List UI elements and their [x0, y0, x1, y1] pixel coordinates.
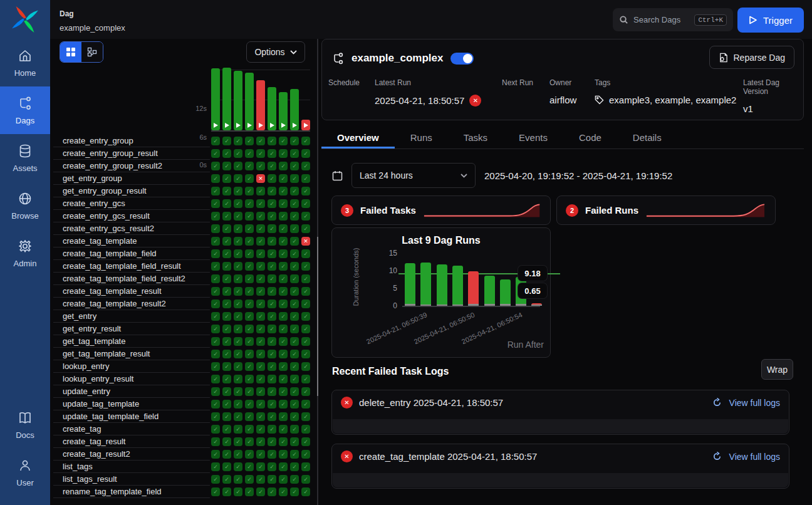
task-instance-success[interactable]: ✓: [211, 237, 220, 246]
task-instance-success[interactable]: ✓: [290, 199, 299, 208]
task-instance-success[interactable]: ✓: [234, 174, 242, 183]
task-instance-success[interactable]: ✓: [279, 487, 288, 496]
panel-resize-divider[interactable]: [317, 39, 318, 505]
task-instance-success[interactable]: ✓: [256, 299, 265, 308]
task-instance-success[interactable]: ✓: [290, 162, 299, 170]
task-instance-success[interactable]: ✓: [301, 199, 310, 208]
sidebar-item-admin[interactable]: Admin: [0, 229, 50, 277]
task-instance-success[interactable]: ✓: [256, 274, 265, 283]
dag-run-bar[interactable]: [405, 263, 415, 306]
task-name[interactable]: create_entry_group: [53, 135, 210, 147]
view-full-logs-link[interactable]: View full logs: [729, 398, 780, 408]
task-instance-success[interactable]: ✓: [211, 362, 220, 371]
task-instance-success[interactable]: ✓: [234, 337, 242, 346]
task-instance-success[interactable]: ✓: [256, 312, 265, 321]
task-instance-success[interactable]: ✓: [268, 199, 276, 208]
task-instance-success[interactable]: ✓: [256, 224, 265, 233]
task-instance-success[interactable]: ✓: [222, 387, 231, 396]
task-instance-success[interactable]: ✓: [245, 187, 254, 195]
task-instance-success[interactable]: ✓: [301, 312, 310, 321]
task-instance-success[interactable]: ✓: [211, 400, 220, 409]
task-name[interactable]: create_entry_gcs_result2: [53, 222, 210, 235]
task-instance-success[interactable]: ✓: [268, 149, 276, 158]
task-name[interactable]: create_tag_template_result2: [53, 298, 210, 310]
reparse-dag-button[interactable]: Reparse Dag: [709, 46, 795, 69]
task-instance-success[interactable]: ✓: [290, 237, 299, 246]
task-instance-success[interactable]: ✓: [256, 149, 265, 158]
task-instance-success[interactable]: ✓: [222, 149, 231, 158]
task-instance-success[interactable]: ✓: [256, 249, 265, 258]
task-instance-success[interactable]: ✓: [290, 450, 299, 459]
task-instance-success[interactable]: ✓: [211, 299, 220, 308]
task-instance-success[interactable]: ✓: [279, 299, 288, 308]
task-instance-success[interactable]: ✓: [256, 487, 265, 496]
task-instance-success[interactable]: ✓: [222, 224, 231, 233]
task-instance-success[interactable]: ✓: [245, 174, 254, 183]
task-instance-success[interactable]: ✓: [290, 337, 299, 346]
task-instance-success[interactable]: ✓: [245, 425, 254, 434]
task-instance-success[interactable]: ✓: [268, 312, 276, 321]
task-instance-success[interactable]: ✓: [290, 212, 299, 221]
dag-run-bar[interactable]: [531, 303, 542, 306]
task-instance-success[interactable]: ✓: [245, 162, 254, 170]
tab-tasks[interactable]: Tasks: [448, 128, 503, 148]
task-instance-success[interactable]: ✓: [301, 437, 310, 446]
task-name[interactable]: create_tag_template_field_result2: [53, 273, 210, 285]
task-instance-success[interactable]: ✓: [279, 224, 288, 233]
task-instance-success[interactable]: ✓: [279, 350, 288, 358]
task-instance-success[interactable]: ✓: [234, 362, 242, 371]
task-instance-success[interactable]: ✓: [301, 325, 310, 333]
task-instance-success[interactable]: ✓: [290, 174, 299, 183]
task-name[interactable]: create_tag_template_field_result: [53, 260, 210, 273]
task-name[interactable]: rename_tag_template_field: [53, 486, 210, 498]
refresh-icon[interactable]: [712, 452, 722, 461]
task-instance-success[interactable]: ✓: [279, 249, 288, 258]
task-instance-success[interactable]: ✓: [290, 224, 299, 233]
task-instance-success[interactable]: ✓: [256, 212, 265, 221]
task-instance-success[interactable]: ✓: [290, 287, 299, 296]
task-instance-success[interactable]: ✓: [234, 274, 242, 283]
task-instance-success[interactable]: ✓: [222, 350, 231, 358]
task-instance-success[interactable]: ✓: [301, 387, 310, 396]
sidebar-item-dags[interactable]: Dags: [0, 86, 50, 134]
task-instance-success[interactable]: ✓: [290, 325, 299, 333]
tab-details[interactable]: Details: [617, 128, 677, 148]
task-instance-success[interactable]: ✓: [245, 400, 254, 409]
task-instance-success[interactable]: ✓: [245, 450, 254, 459]
task-instance-success[interactable]: ✓: [234, 262, 242, 271]
task-name[interactable]: get_tag_template_result: [53, 348, 210, 360]
task-instance-success[interactable]: ✓: [268, 475, 276, 484]
task-instance-success[interactable]: ✓: [234, 162, 242, 170]
task-instance-success[interactable]: ✓: [245, 350, 254, 358]
task-instance-success[interactable]: ✓: [222, 375, 231, 383]
task-instance-success[interactable]: ✓: [211, 287, 220, 296]
task-name[interactable]: update_entry: [53, 385, 210, 398]
task-instance-success[interactable]: ✓: [290, 312, 299, 321]
task-instance-success[interactable]: ✓: [290, 425, 299, 434]
task-instance-success[interactable]: ✓: [268, 362, 276, 371]
task-instance-success[interactable]: ✓: [211, 487, 220, 496]
task-instance-success[interactable]: ✓: [301, 174, 310, 183]
task-instance-success[interactable]: ✓: [301, 137, 310, 145]
task-instance-success[interactable]: ✓: [211, 437, 220, 446]
task-instance-success[interactable]: ✓: [245, 199, 254, 208]
task-instance-success[interactable]: ✓: [268, 274, 276, 283]
task-instance-success[interactable]: ✓: [211, 137, 220, 145]
task-instance-success[interactable]: ✓: [268, 375, 276, 383]
task-instance-success[interactable]: ✓: [234, 137, 242, 145]
tab-code[interactable]: Code: [563, 128, 617, 148]
breadcrumb-dag-name[interactable]: example_complex: [60, 23, 125, 33]
tags-value[interactable]: example3, example, example2: [609, 95, 736, 105]
task-instance-success[interactable]: ✓: [234, 412, 242, 421]
task-instance-success[interactable]: ✓: [222, 325, 231, 333]
task-instance-success[interactable]: ✓: [301, 162, 310, 170]
task-instance-success[interactable]: ✓: [256, 475, 265, 484]
task-instance-success[interactable]: ✓: [245, 137, 254, 145]
task-instance-success[interactable]: ✓: [245, 262, 254, 271]
task-instance-failed[interactable]: ✕: [256, 174, 265, 183]
task-instance-success[interactable]: ✓: [256, 412, 265, 421]
task-instance-success[interactable]: ✓: [245, 387, 254, 396]
task-instance-success[interactable]: ✓: [245, 375, 254, 383]
task-instance-success[interactable]: ✓: [268, 212, 276, 221]
task-instance-success[interactable]: ✓: [279, 199, 288, 208]
